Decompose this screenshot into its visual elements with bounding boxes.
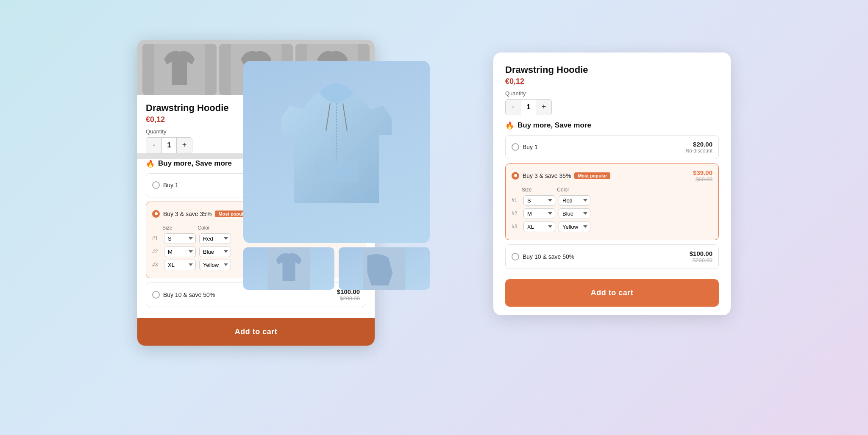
color-select-2-right[interactable]: RedBlueYellow: [559, 208, 590, 219]
radio-buy1-left: [152, 181, 160, 189]
variant-row-3-right: #3 SMLXL RedBlueYellow: [512, 222, 712, 232]
buy10-label-right: Buy 10 & save 50%: [523, 253, 574, 260]
buy-option-buy3-right[interactable]: Buy 3 & save 35% Most popular $39.00 $60…: [505, 163, 719, 240]
variant-row-1-right: #1 SMLXL RedBlueYellow: [512, 195, 712, 206]
qty-value-right: 1: [521, 100, 536, 115]
buy10-price-right: $100.00: [690, 250, 712, 257]
color-header-right: Color: [557, 187, 569, 193]
add-to-cart-right[interactable]: Add to cart: [505, 279, 719, 307]
product-title-right: Drawstring Hoodie: [505, 64, 719, 75]
color-select-1-right[interactable]: RedBlueYellow: [559, 195, 590, 206]
size-select-3-right[interactable]: SMLXL: [523, 222, 555, 232]
size-header-left: Size: [162, 225, 172, 231]
thumbnail-1[interactable]: [142, 44, 217, 95]
buy1-price-right: $20.00: [686, 141, 712, 148]
product-card-right: Drawstring Hoodie €0,12 Quantity - 1 + 🔥…: [493, 53, 731, 315]
color-select-3-left[interactable]: RedBlueYellow: [199, 260, 231, 270]
thumb-center-2[interactable]: [339, 247, 430, 290]
variant-row-2-right: #2 SMLXL RedBlueYellow: [512, 208, 712, 219]
size-select-2-left[interactable]: SMLXL: [164, 247, 196, 257]
radio-buy1-right: [512, 143, 519, 151]
variant-selectors-right: Size Color #1 SMLXL RedBlueYellow #2 SML…: [512, 187, 712, 232]
size-select-3-left[interactable]: SMLXL: [164, 260, 196, 270]
size-select-1-right[interactable]: SMLXL: [523, 195, 555, 206]
color-select-3-right[interactable]: RedBlueYellow: [559, 222, 590, 232]
size-header-right: Size: [522, 187, 531, 193]
buy1-label-right: Buy 1: [523, 144, 538, 150]
qty-plus-right[interactable]: +: [536, 100, 551, 115]
buy10-orig-right: $200.00: [690, 257, 712, 263]
color-select-1-left[interactable]: RedBlueYellow: [199, 233, 231, 244]
buy1-label-left: Buy 1: [163, 182, 178, 188]
color-header-left: Color: [198, 225, 210, 231]
size-select-2-right[interactable]: SMLXL: [523, 208, 555, 219]
radio-buy3-right: [512, 172, 519, 180]
size-select-1-left[interactable]: SMLXL: [164, 233, 196, 244]
fire-icon-left: 🔥: [146, 159, 155, 168]
quantity-control-left: - 1 +: [146, 137, 192, 153]
radio-buy3-left: [152, 210, 160, 218]
product-price-right: €0,12: [505, 77, 719, 86]
buy10-orig-left: $200.00: [337, 295, 360, 302]
product-image-center: [243, 61, 430, 290]
buy3-label-left: Buy 3 & save 35%: [163, 211, 211, 217]
thumb-center-1[interactable]: [243, 247, 334, 290]
color-select-2-left[interactable]: RedBlueYellow: [199, 247, 231, 257]
buy-more-header-right: 🔥 Buy more, Save more: [505, 121, 719, 130]
buy-option-buy10-right[interactable]: Buy 10 & save 50% $100.00 $200.00: [505, 244, 719, 269]
qty-value-left: 1: [161, 138, 177, 153]
buy1-sub-right: No discount: [686, 148, 712, 154]
qty-minus-right[interactable]: -: [506, 100, 521, 115]
thumbnail-row-center: [243, 247, 430, 290]
qty-plus-left[interactable]: +: [177, 138, 192, 153]
buy3-price-right: $39.00: [693, 169, 712, 176]
radio-buy10-right: [512, 253, 519, 260]
quantity-label-right: Quantity: [505, 90, 719, 97]
add-to-cart-left[interactable]: Add to cart: [137, 318, 375, 346]
buy-option-buy1-right[interactable]: Buy 1 $20.00 No discount: [505, 135, 719, 159]
svg-rect-3: [315, 161, 358, 182]
fire-icon-right: 🔥: [505, 121, 514, 130]
qty-minus-left[interactable]: -: [146, 138, 161, 153]
quantity-control-right: - 1 +: [505, 99, 552, 115]
buy10-label-left: Buy 10 & save 50%: [163, 291, 215, 298]
main-product-image: [243, 61, 430, 243]
buy3-label-right: Buy 3 & save 35%: [523, 172, 571, 179]
radio-buy10-left: [152, 291, 160, 299]
buy3-orig-right: $60.00: [693, 176, 712, 183]
most-popular-badge-right: Most popular: [574, 172, 610, 179]
